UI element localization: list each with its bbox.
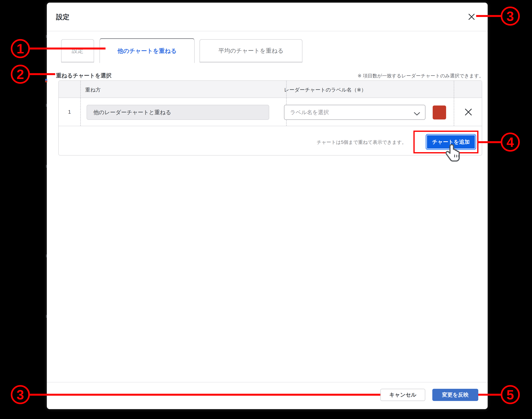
label-name-select[interactable]: ラベル名を選択 (284, 105, 426, 120)
tab-overlay-average-chart[interactable]: 平均のチャートを重ねる (200, 39, 302, 62)
delete-row-button[interactable] (460, 105, 477, 120)
close-icon (466, 20, 477, 23)
annotation-line-1 (26, 48, 106, 50)
column-separator (80, 81, 81, 126)
column-separator (454, 81, 454, 126)
annotation-line-3-top (476, 15, 502, 17)
footer-divider (47, 382, 488, 382)
section-note: ※ 項目数が一致するレーダーチャートのみ選択できます。 (358, 73, 484, 79)
annotation-circle-4: 4 (501, 132, 520, 152)
background-artifact (46, 315, 47, 318)
annotation-circle-3-top: 3 (501, 7, 520, 26)
header-divider (47, 31, 488, 31)
background-artifact (46, 254, 47, 257)
annotation-circle-5: 5 (501, 385, 520, 404)
background-artifact (46, 104, 47, 107)
tab-overlay-other-chart[interactable]: 他のチャートを重ねる (100, 38, 195, 63)
column-header-label: レーダーチャートのラベル名（※） (284, 86, 366, 93)
background-artifact (45, 79, 47, 82)
annotation-line-5 (478, 394, 502, 396)
tab-label: 他のチャートを重ねる (117, 47, 177, 55)
column-header-method: 重ね方 (85, 86, 101, 93)
hand-cursor-icon (446, 144, 462, 165)
apply-button[interactable]: 変更を反映 (432, 389, 478, 401)
chevron-down-icon (414, 111, 420, 117)
overlay-method-input[interactable]: 他のレーダーチャートと重ねる (87, 105, 269, 120)
screenshot-canvas: 設定 設定 他のチャートを重ねる 平均のチャートを重ねる 重ねるチャートを選択 … (0, 0, 532, 419)
delete-icon (464, 108, 472, 117)
row-divider (59, 126, 482, 126)
overlay-method-value: 他のレーダーチャートと重ねる (93, 109, 171, 116)
annotation-line-4 (479, 141, 502, 143)
annotation-circle-2: 2 (11, 65, 30, 84)
close-button[interactable] (466, 11, 477, 22)
apply-button-label: 変更を反映 (442, 391, 469, 398)
settings-dialog: 設定 設定 他のチャートを重ねる 平均のチャートを重ねる 重ねるチャートを選択 … (47, 3, 488, 409)
add-chart-hint: チャートは5個まで重ねて表示できます。 (317, 139, 407, 145)
annotation-line-3-bottom (28, 394, 380, 396)
row-index: 1 (59, 98, 80, 126)
section-heading: 重ねるチャートを選択 (56, 72, 111, 79)
annotation-circle-1: 1 (11, 39, 30, 58)
cancel-button[interactable]: キャンセル (380, 389, 425, 401)
annotation-line-2 (26, 73, 55, 75)
dialog-title: 設定 (56, 13, 69, 22)
label-select-placeholder: ラベル名を選択 (290, 109, 329, 116)
background-artifact (46, 165, 47, 168)
tab-settings[interactable]: 設定 (61, 39, 94, 62)
chart-color-swatch[interactable] (433, 105, 446, 119)
tab-label: 平均のチャートを重ねる (218, 47, 283, 55)
background-artifact (46, 35, 47, 38)
cancel-button-label: キャンセル (389, 391, 416, 398)
table-header-row (59, 81, 482, 98)
annotation-circle-3-bottom: 3 (11, 385, 30, 404)
